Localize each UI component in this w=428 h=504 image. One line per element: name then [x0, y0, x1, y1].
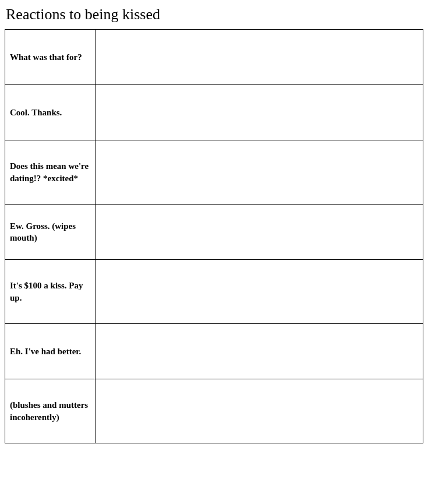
- table-row: Ew. Gross. (wipes mouth): [5, 205, 423, 260]
- table-row: It's $100 a kiss. Pay up.: [5, 260, 423, 324]
- table-row: Does this mean we're dating!? *excited*: [5, 140, 423, 205]
- table-row: Eh. I've had better.: [5, 324, 423, 379]
- table-row: (blushes and mutters incoherently): [5, 379, 423, 443]
- reaction-response-6: [95, 324, 423, 379]
- reaction-response-5: [95, 260, 423, 324]
- reaction-label-3: Does this mean we're dating!? *excited*: [5, 140, 95, 205]
- reaction-label-5: It's $100 a kiss. Pay up.: [5, 260, 95, 324]
- reaction-label-2: Cool. Thanks.: [5, 85, 95, 140]
- page-title: Reactions to being kissed: [5, 6, 423, 23]
- table-row: What was that for?: [5, 30, 423, 85]
- reaction-label-7: (blushes and mutters incoherently): [5, 379, 95, 443]
- reaction-label-4: Ew. Gross. (wipes mouth): [5, 205, 95, 260]
- reactions-table: What was that for?Cool. Thanks.Does this…: [5, 29, 423, 443]
- reaction-response-2: [95, 85, 423, 140]
- page-container: Reactions to being kissed What was that …: [0, 0, 428, 449]
- reaction-response-1: [95, 30, 423, 85]
- reaction-label-1: What was that for?: [5, 30, 95, 85]
- reaction-label-6: Eh. I've had better.: [5, 324, 95, 379]
- reaction-response-7: [95, 379, 423, 443]
- reaction-response-4: [95, 205, 423, 260]
- reaction-response-3: [95, 140, 423, 205]
- table-row: Cool. Thanks.: [5, 85, 423, 140]
